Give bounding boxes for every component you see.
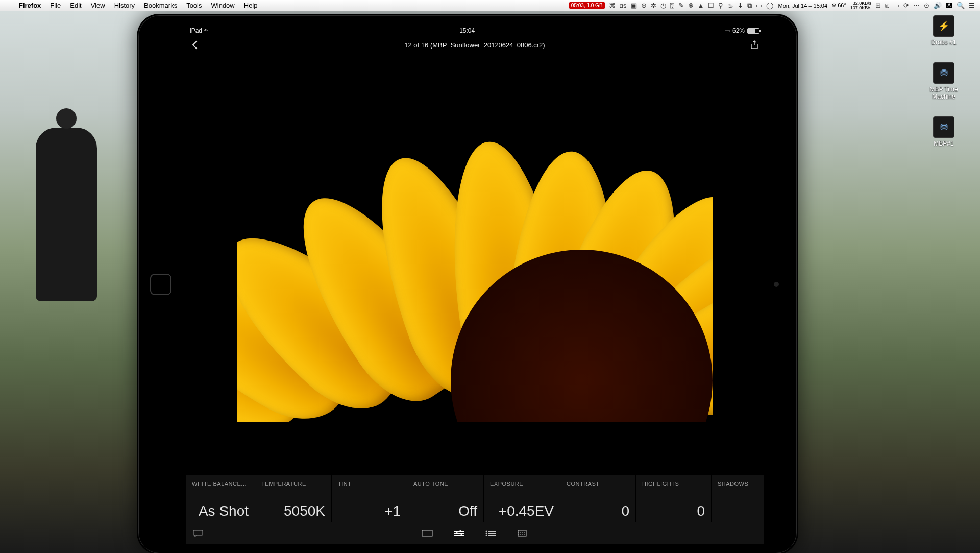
dropbox-icon[interactable]: ⧉	[747, 2, 752, 10]
menubar-temperature[interactable]: ❄ 66°	[831, 2, 846, 9]
adjustment-value: +0.45EV	[490, 503, 554, 519]
menubar-icon[interactable]: ⬇	[738, 2, 743, 9]
list-view-icon[interactable]	[484, 528, 497, 538]
adjustment-value: As Shot	[192, 503, 249, 519]
adjustment-cell[interactable]: EXPOSURE+0.45EV	[484, 475, 560, 522]
menubar-icon[interactable]: ⍰	[670, 2, 674, 9]
wifi-icon: ᯤ	[204, 27, 210, 34]
desktop-icons: ⚡ Drobo #1 ⛃ MBP Time Machine ⛃ MBP#1	[921, 15, 967, 147]
adjustment-value: 0	[642, 503, 705, 519]
menubar-icon[interactable]: ⚲	[718, 2, 723, 9]
adjustment-cell[interactable]: SHADOWS	[712, 475, 747, 522]
photo-title: 12 of 16 (MBP_Sunflower_20120624_0806.cr…	[201, 41, 748, 49]
adjustment-label: AUTO TONE	[413, 480, 477, 487]
menubar-icon[interactable]: ⋯	[913, 2, 920, 9]
menubar-icon[interactable]: αs	[620, 2, 627, 9]
adjustment-label: SHADOWS	[718, 480, 741, 487]
adjustment-value: Off	[413, 503, 477, 519]
adjustment-value: +1	[338, 503, 401, 519]
menubar-icon[interactable]: ▣	[631, 2, 637, 9]
adjustment-label: HIGHLIGHTS	[642, 480, 705, 487]
comment-icon[interactable]	[192, 528, 204, 538]
svg-rect-14	[518, 530, 526, 536]
menu-file[interactable]: File	[45, 2, 65, 9]
ipad-camera	[774, 282, 779, 287]
adjustment-cell[interactable]: WHITE BALANCE...As Shot	[186, 475, 255, 522]
ipad-device-frame: iPad ᯤ 15:04 ▭ 62% 12 of 16 (MBP_Sunflow…	[137, 14, 798, 553]
menu-history[interactable]: History	[110, 2, 139, 9]
crop-view-icon[interactable]	[516, 528, 528, 538]
ios-status-time: 15:04	[459, 27, 475, 34]
ios-status-battery: ▭ 62%	[724, 27, 760, 34]
notification-center-icon[interactable]: ☰	[969, 2, 975, 9]
adjustment-label: WHITE BALANCE...	[192, 480, 249, 487]
share-button[interactable]	[748, 39, 761, 51]
menu-view[interactable]: View	[86, 2, 110, 9]
adjustments-panel: WHITE BALANCE...As ShotTEMPERATURE5050KT…	[186, 475, 764, 544]
ipad-screen: iPad ᯤ 15:04 ▭ 62% 12 of 16 (MBP_Sunflow…	[186, 25, 764, 544]
menu-edit[interactable]: Edit	[65, 2, 86, 9]
ios-status-bar: iPad ᯤ 15:04 ▭ 62%	[186, 25, 764, 36]
adjustment-cell[interactable]: HIGHLIGHTS0	[636, 475, 712, 522]
adjustment-cell[interactable]: TINT+1	[332, 475, 407, 522]
adjustment-cell[interactable]: AUTO TONEOff	[407, 475, 484, 522]
svg-rect-0	[193, 530, 203, 535]
menu-bookmarks[interactable]: Bookmarks	[139, 2, 182, 9]
adjustment-label: TINT	[338, 480, 401, 487]
volume-icon[interactable]: 🔊	[934, 2, 942, 9]
evernote-icon[interactable]: ❃	[688, 2, 694, 9]
menubar-icon[interactable]: ✎	[678, 2, 684, 9]
menubar-icon[interactable]: ◷	[660, 2, 666, 9]
menubar-date[interactable]: Mon, Jul 14 – 15:04	[778, 3, 827, 9]
spotlight-icon[interactable]: 🔍	[957, 2, 965, 9]
menubar-icon[interactable]: ⌘	[609, 2, 616, 9]
menu-window[interactable]: Window	[207, 2, 239, 9]
svg-rect-1	[422, 530, 432, 536]
view-mode-bar	[186, 522, 764, 544]
wallpaper-subject	[36, 128, 97, 301]
svg-point-6	[456, 532, 458, 534]
menu-help[interactable]: Help	[239, 2, 262, 9]
adjustment-label: CONTRAST	[567, 480, 629, 487]
adjustment-cell[interactable]: TEMPERATURE5050K	[255, 475, 332, 522]
menubar-icon[interactable]: ♨	[727, 2, 733, 9]
wifi-icon[interactable]: ⊙	[924, 2, 929, 9]
adjustment-value: 5050K	[261, 503, 325, 519]
sync-icon[interactable]: ⟳	[903, 2, 909, 9]
menubar-icon[interactable]: ▲	[698, 2, 704, 9]
sliders-view-icon[interactable]	[453, 528, 465, 538]
menubar-icon[interactable]: ◯	[766, 2, 774, 9]
app-header: 12 of 16 (MBP_Sunflower_20120624_0806.cr…	[186, 36, 764, 54]
svg-point-12	[486, 535, 487, 536]
adjustment-cell[interactable]: CONTRAST0	[560, 475, 636, 522]
menubar-timer-widget[interactable]: 05:03, 1.0 GB	[569, 2, 605, 9]
svg-point-8	[486, 531, 487, 532]
single-view-icon[interactable]	[421, 528, 433, 538]
menubar-icon[interactable]: A	[946, 3, 952, 8]
svg-point-5	[459, 530, 461, 532]
svg-point-10	[486, 533, 487, 534]
adjustment-value: 0	[567, 503, 629, 519]
photo-image	[237, 105, 713, 422]
desktop-drive-icon[interactable]: ⚡ Drobo #1	[921, 15, 967, 46]
menu-tools[interactable]: Tools	[182, 2, 206, 9]
menubar-icon[interactable]: ✲	[651, 2, 656, 9]
menubar-icon[interactable]: ⊞	[875, 2, 881, 9]
menubar-icon[interactable]: ⊕	[641, 2, 647, 9]
airplay-icon[interactable]: ▭	[756, 2, 762, 9]
photo-viewport[interactable]	[186, 54, 764, 475]
mac-menu-bar: Firefox File Edit View History Bookmarks…	[0, 0, 980, 11]
ios-status-left: iPad ᯤ	[190, 27, 210, 34]
back-button[interactable]	[189, 39, 201, 51]
airplay-icon: ▭	[724, 27, 730, 34]
menubar-icon[interactable]: ▭	[893, 2, 899, 9]
menubar-network-stats[interactable]: 32.0KB/s107.0KB/s	[850, 1, 872, 10]
app-menu[interactable]: Firefox	[14, 2, 45, 9]
menubar-icon[interactable]: ⎚	[885, 2, 889, 9]
menubar-icon[interactable]: ☐	[708, 2, 714, 9]
desktop-drive-icon[interactable]: ⛃ MBP#1	[921, 116, 967, 147]
ipad-home-button[interactable]	[150, 274, 172, 295]
adjustment-label: EXPOSURE	[490, 480, 554, 487]
desktop-drive-icon[interactable]: ⛃ MBP Time Machine	[921, 62, 967, 100]
svg-point-7	[460, 534, 462, 536]
